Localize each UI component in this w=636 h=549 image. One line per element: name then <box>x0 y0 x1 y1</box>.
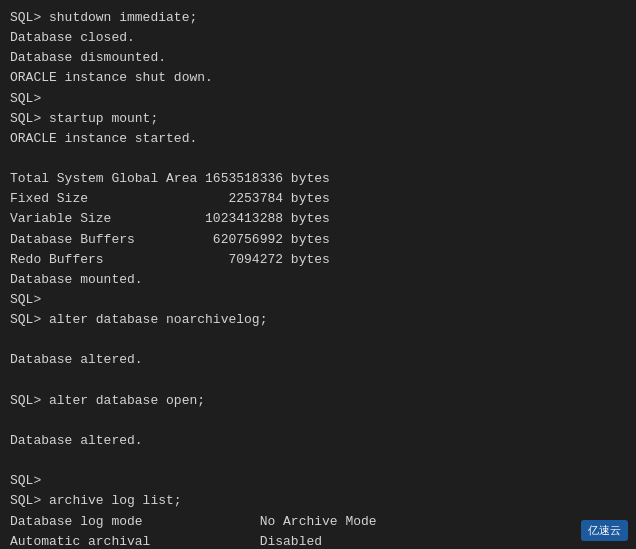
terminal-line: Database altered. <box>10 431 626 451</box>
terminal-line: Automatic archival Disabled <box>10 532 626 549</box>
terminal-line: Database Buffers 620756992 bytes <box>10 230 626 250</box>
terminal-line: Database dismounted. <box>10 48 626 68</box>
terminal-line <box>10 149 626 169</box>
terminal-line: Variable Size 1023413288 bytes <box>10 209 626 229</box>
terminal-line: SQL> <box>10 471 626 491</box>
terminal-line: ORACLE instance shut down. <box>10 68 626 88</box>
terminal-line: SQL> alter database noarchivelog; <box>10 310 626 330</box>
terminal-line: Fixed Size 2253784 bytes <box>10 189 626 209</box>
terminal-line: Database altered. <box>10 350 626 370</box>
terminal-line: SQL> <box>10 89 626 109</box>
terminal-line: Redo Buffers 7094272 bytes <box>10 250 626 270</box>
terminal-line <box>10 330 626 350</box>
terminal-line: ORACLE instance started. <box>10 129 626 149</box>
terminal-output: SQL> shutdown immediate;Database closed.… <box>10 8 626 549</box>
terminal-line: SQL> archive log list; <box>10 491 626 511</box>
terminal-line: Database mounted. <box>10 270 626 290</box>
terminal-line <box>10 411 626 431</box>
terminal-line: Database log mode No Archive Mode <box>10 512 626 532</box>
terminal-line: SQL> alter database open; <box>10 391 626 411</box>
terminal-line: SQL> startup mount; <box>10 109 626 129</box>
terminal-window: SQL> shutdown immediate;Database closed.… <box>0 0 636 549</box>
terminal-line <box>10 371 626 391</box>
watermark-badge: 亿速云 <box>581 520 628 541</box>
terminal-line: Total System Global Area 1653518336 byte… <box>10 169 626 189</box>
terminal-line: SQL> <box>10 290 626 310</box>
terminal-line: SQL> shutdown immediate; <box>10 8 626 28</box>
terminal-line: Database closed. <box>10 28 626 48</box>
terminal-line <box>10 451 626 471</box>
